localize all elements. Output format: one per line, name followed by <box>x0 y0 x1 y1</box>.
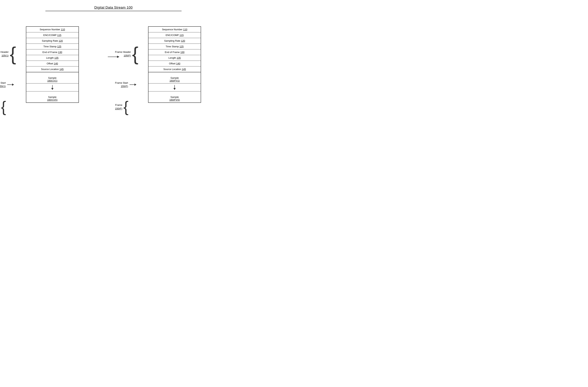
frame-body-1: Sample 160(1)(1) Sample 160(1)(S) <box>26 72 79 103</box>
sampling-rate-row-1: Sampling Rate 120 <box>26 38 79 44</box>
offset-row-2: Offset 140 <box>148 61 201 67</box>
length-row-2: Length 135 <box>148 55 201 61</box>
sample-f-1: Sample 160(F)(1) <box>148 72 201 84</box>
title-underline <box>45 11 182 11</box>
source-location-row-1: Source Location 145 <box>26 67 79 72</box>
sample-1-s: Sample 160(1)(S) <box>26 91 79 102</box>
time-stamp-row-1: Time Stamp 125 <box>26 44 79 49</box>
header-table-1: Sequence Number 110 ENC/COMP 115 Samplin… <box>26 26 79 72</box>
length-row-1: Length 135 <box>26 55 79 61</box>
enc-comp-row-1: ENC/COMP 115 <box>26 32 79 38</box>
frame-header-label-2: Frame Header <box>115 50 131 54</box>
end-of-frame-row-1: End of Frame 130 <box>26 49 79 55</box>
sample-f-s: Sample 160(F)(S) <box>148 91 201 102</box>
end-of-frame-row-2: End of Frame 130 <box>148 49 201 55</box>
page-title: Digital Data Stream 100 <box>0 6 227 10</box>
frame-header-label-1: Frame Header <box>0 50 8 54</box>
source-location-row-2: Source Location 145 <box>148 67 201 72</box>
sampling-rate-row-2: Sampling Rate 120 <box>148 38 201 44</box>
frame-body-2: Sample 160(F)(1) Sample 160(F)(S) <box>148 72 201 103</box>
offset-row-1: Offset 140 <box>26 61 79 67</box>
time-stamp-row-2: Time Stamp 125 <box>148 44 201 49</box>
enc-comp-row-2: ENC/COMP 115 <box>148 32 201 38</box>
frame-header-ref-2: 105(F) <box>115 54 131 58</box>
sample-1-1: Sample 160(1)(1) <box>26 72 79 84</box>
frame-label-2: Frame <box>115 103 122 107</box>
seq-num-row-1: Sequence Number 110 <box>26 27 79 32</box>
title-number: 100 <box>127 6 133 9</box>
frame-ref-2: 150(F) <box>115 107 122 111</box>
frame-header-ref-1: 105(1) <box>0 54 8 58</box>
seq-num-row-2: Sequence Number 110 <box>148 27 201 32</box>
header-table-2: Sequence Number 110 ENC/COMP 115 Samplin… <box>148 26 201 72</box>
